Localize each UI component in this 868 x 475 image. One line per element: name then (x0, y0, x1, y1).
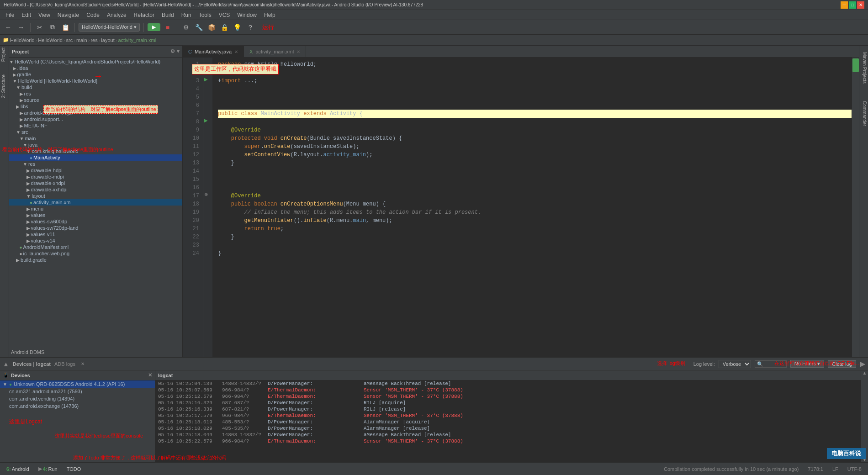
forward-button[interactable]: → (16, 22, 26, 33)
tree-item[interactable]: ▶values-sw720dp-land (9, 225, 182, 231)
run-shortcut[interactable]: ▶ 4: Run (35, 465, 61, 473)
menu-window[interactable]: Window (233, 11, 260, 19)
toolbar-btn-5[interactable]: ⚙ (181, 22, 192, 33)
tree-item[interactable]: ▼src (9, 129, 182, 135)
maximize-button[interactable]: □ (849, 1, 856, 9)
tree-item[interactable]: ▶libs (9, 103, 182, 110)
tree-item[interactable]: ▶values-sw600dp (9, 218, 182, 225)
tree-item[interactable]: ▶android-support-v4.jar (9, 110, 182, 116)
menu-edit[interactable]: Edit (18, 11, 35, 19)
structure-tab[interactable]: 2: Structure (0, 73, 9, 100)
menu-vcs[interactable]: VCS (215, 11, 234, 19)
menu-analyze[interactable]: Analyze (103, 11, 130, 19)
run-button[interactable]: ▶ (148, 23, 160, 31)
tree-item[interactable]: ▶res (9, 90, 182, 97)
breadcrumb-src[interactable]: src (66, 37, 73, 43)
adb-logs-tab[interactable]: ADB logs (54, 361, 75, 367)
breadcrumb-activity-main[interactable]: activity_main.xml (118, 37, 156, 43)
paste-button[interactable]: 📋 (60, 22, 71, 33)
tree-item[interactable]: ▼java (9, 142, 182, 148)
breadcrumb-helloworld2[interactable]: HelloWorld (38, 37, 63, 43)
menu-help[interactable]: Help (260, 11, 279, 19)
tree-item[interactable]: ▼HelloWorld [HelloWorld-HelloWorld] (9, 78, 182, 84)
device-list-item[interactable]: cn.am321.android.am321 (7593) (0, 388, 155, 395)
tab-activity-main[interactable]: X activity_main.xml ✕ (244, 46, 306, 57)
tree-item[interactable]: ●AndroidManifest.xml (9, 244, 182, 250)
tree-item[interactable]: ▶menu (9, 206, 182, 212)
commander-tab[interactable]: Commander (859, 99, 868, 128)
code-content[interactable]: package com.krislq.helloworld;+import ..… (212, 58, 859, 357)
project-tab[interactable]: Project (0, 46, 9, 63)
menu-build[interactable]: Build (158, 11, 178, 19)
tree-item[interactable]: ●activity_main.xml (9, 199, 182, 206)
editor-scrollbar[interactable] (852, 58, 859, 357)
menu-file[interactable]: File (2, 11, 18, 19)
stop-button[interactable]: ■ (162, 22, 173, 33)
device-list-item[interactable]: com.android.exchange (14736) (0, 402, 155, 410)
log-filter-input[interactable] (755, 360, 787, 368)
tree-item[interactable]: ▶values-v14 (9, 238, 182, 244)
close-button[interactable]: ✕ (857, 1, 864, 9)
maven-projects-tab[interactable]: Maven Projects (859, 50, 868, 85)
tree-item[interactable]: ●ic_launcher-web.png (9, 250, 182, 257)
logcat-scroll-up[interactable]: ▲ (863, 370, 867, 375)
menu-refactor[interactable]: Refactor (130, 11, 158, 19)
toolbar-btn-8[interactable]: 🔒 (219, 22, 230, 33)
breadcrumb-main[interactable]: main (76, 37, 87, 43)
tree-item[interactable]: ▶values-v11 (9, 231, 182, 238)
tree-item[interactable]: ▶drawable-xxhdpi (9, 186, 182, 193)
toolbar-btn-7[interactable]: 📦 (206, 22, 217, 33)
tree-item[interactable]: ▶drawable-mdpi (9, 174, 182, 180)
toolbar-btn-6[interactable]: 🔧 (194, 22, 205, 33)
menu-navigate[interactable]: Navigate (54, 11, 83, 19)
tree-item[interactable]: ▶META-INF (9, 122, 182, 129)
menu-view[interactable]: View (35, 11, 54, 19)
bottom-scroll-up[interactable]: ▲ (3, 360, 9, 368)
menu-code[interactable]: Code (83, 11, 103, 19)
tree-item[interactable]: ▶gradle (9, 71, 182, 78)
tree-item[interactable]: ▶source (9, 97, 182, 103)
tree-item[interactable]: ▶android.support... (9, 116, 182, 122)
tree-item[interactable]: ▼layout (9, 193, 182, 199)
tree-item[interactable]: ▶.idea (9, 65, 182, 71)
bottom-scroll-right[interactable]: ▶ (860, 359, 865, 368)
copy-button[interactable]: ⧉ (47, 22, 58, 33)
tree-item[interactable]: ▼main (9, 135, 182, 142)
tree-item[interactable]: ▼com.krislq.helloworld (9, 148, 182, 154)
tree-item[interactable]: ▶drawable-hdpi (9, 167, 182, 174)
logcat-content[interactable]: 05-16 10:25:04.13914803-14832/?D/PowerMa… (155, 380, 861, 462)
tree-item[interactable]: ▶values (9, 212, 182, 218)
android-shortcut[interactable]: 6: Android (3, 465, 33, 473)
tree-item[interactable]: ▼res (9, 161, 182, 167)
project-dropdown[interactable]: HelloWorld-HelloWorld ▾ (79, 23, 140, 32)
log-level-select[interactable]: Verbose Debug Info Warn Error (719, 360, 751, 368)
no-filters-button[interactable]: No Filters ▾ (790, 360, 824, 368)
tree-item[interactable]: ▼build (9, 84, 182, 90)
cut-button[interactable]: ✂ (34, 22, 45, 33)
tree-item[interactable]: ▼HelloWorld (C:\Users\c_lqiang\AndroidSt… (9, 58, 182, 65)
project-gear-icon[interactable]: ▾ (177, 48, 180, 54)
project-sync-icon[interactable]: ⚙ (170, 48, 175, 54)
breadcrumb-layout[interactable]: layout (101, 37, 114, 43)
menu-tools[interactable]: Tools (195, 11, 215, 19)
minimize-button[interactable]: ─ (841, 1, 848, 9)
tab-activity-main-close[interactable]: ✕ (296, 49, 300, 54)
tree-item[interactable]: ●MainActivity (9, 154, 182, 161)
device-list-item[interactable]: ▼● Unknown QRD-8625DSDS Android 4.1.2 (A… (0, 380, 155, 388)
devices-logcat-tab[interactable]: Devices | logcat (13, 361, 51, 367)
toolbar-btn-9[interactable]: 💡 (232, 22, 243, 33)
device-list-item[interactable]: com.android.vending (14394) (0, 395, 155, 402)
tree-item[interactable]: ▶drawable-xhdpi (9, 180, 182, 186)
tab-mainactivity[interactable]: C MainActivity.java ✕ (183, 46, 244, 57)
breadcrumb-res[interactable]: res (90, 37, 97, 43)
back-button[interactable]: ← (3, 22, 14, 33)
bottom-tab-close[interactable]: ✕ (81, 361, 85, 366)
tree-item[interactable]: ▶build.gradle (9, 257, 182, 263)
clear-log-button[interactable]: Clear log (828, 360, 856, 368)
menu-run[interactable]: Run (178, 11, 195, 19)
todo-shortcut[interactable]: TODO (63, 465, 85, 473)
tab-mainactivity-close[interactable]: ✕ (234, 49, 238, 54)
breadcrumb-helloworld[interactable]: 📁 HelloWorld (3, 37, 35, 43)
help-button[interactable]: ? (245, 22, 256, 33)
devices-close[interactable]: ✕ (148, 372, 152, 378)
